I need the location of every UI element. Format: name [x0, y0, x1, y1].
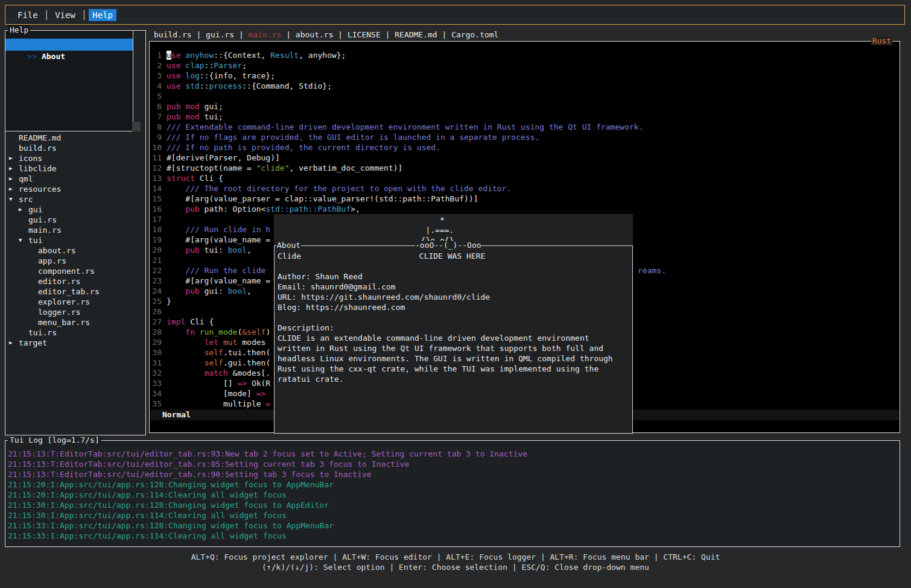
scrollbar-thumb[interactable] [132, 122, 141, 131]
line-number: 16 [150, 204, 162, 214]
chevron-right-icon[interactable]: ▶ [9, 338, 19, 348]
code-line[interactable]: 6pub mod gui; [150, 101, 900, 112]
tree-item-icons[interactable]: ▶icons [5, 153, 144, 163]
tab-separator: | [381, 30, 395, 39]
tree-item-label: menu_bar.rs [38, 317, 90, 327]
tree-item-label: libclide [19, 163, 57, 174]
about-popup: * |.===. {}o o{} About -ooO--(_)--Ooo Cl… [274, 214, 633, 434]
menu-option-about[interactable]: >>About [5, 39, 133, 51]
menu-item-help[interactable]: Help [89, 9, 116, 21]
about-popup-content: Clide CLIDE WAS HEREAuthor: Shaun ReedEm… [275, 246, 632, 384]
tree-item-label: resources [19, 184, 61, 194]
tree-item-label: qml [19, 174, 33, 184]
code-line[interactable]: 1use anyhow::{Context, Result, anyhow}; [150, 50, 900, 60]
code-line[interactable]: 11#[derive(Parser, Debug)] [150, 153, 900, 163]
about-text-line: Blog: https://shaunreed.com [278, 302, 632, 312]
tree-item-target[interactable]: ▶target [5, 338, 144, 348]
about-text-line: Author: Shaun Reed [278, 271, 632, 282]
tree-item-editor_tab.rs[interactable]: editor_tab.rs [5, 286, 144, 297]
tab-main.rs[interactable]: main.rs [249, 30, 282, 39]
code-text: #[structopt(name = "clide", verbatim_doc… [167, 163, 402, 173]
chevron-right-icon[interactable]: ▶ [9, 153, 19, 163]
tree-item-libclide[interactable]: ▶libclide [5, 163, 144, 174]
line-number: 21 [150, 255, 162, 265]
tree-item-label: src [19, 194, 33, 204]
tab-LICENSE[interactable]: LICENSE [348, 30, 381, 39]
code-line[interactable]: 13struct Cli { [150, 173, 900, 183]
tree-item-gui[interactable]: ▶gui [5, 204, 144, 215]
menu-item-file[interactable]: File [14, 9, 42, 21]
code-line[interactable]: 15 #[arg(value_parser = clap::value_pars… [150, 194, 900, 204]
tree-item-label: component.rs [38, 266, 95, 276]
log-entry: 21:15:30:I:App:src/tui/app.rs:114:Cleari… [8, 510, 900, 520]
code-text: } [167, 296, 171, 306]
tree-item-explorer.rs[interactable]: explorer.rs [5, 297, 144, 307]
about-text-line: CLIDE is an extendable command-line driv… [278, 333, 632, 343]
line-number: 5 [150, 91, 162, 101]
menu-item-view[interactable]: View [51, 9, 79, 21]
tab-README.md[interactable]: README.md [395, 30, 437, 39]
about-text-line: headless Linux environments. The GUI is … [278, 353, 632, 364]
tree-item-app.rs[interactable]: app.rs [5, 256, 144, 266]
code-text: #[arg(value_name = [167, 235, 270, 245]
tree-item-src[interactable]: ▼src [5, 194, 144, 204]
tree-item-tui.rs[interactable]: tui.rs [5, 327, 144, 338]
code-line[interactable]: 16 pub path: Option<std::path::PathBuf>, [150, 204, 900, 214]
tab-build.rs[interactable]: build.rs [154, 30, 192, 39]
code-line[interactable]: 10/// If no path is provided, the curren… [150, 142, 900, 153]
code-text: /// If no flags are provided, the GUI ed… [167, 132, 539, 142]
code-line[interactable]: 9/// If no flags are provided, the GUI e… [150, 132, 900, 142]
code-text: #[arg(value_parser = clap::value_parser!… [167, 194, 478, 204]
shortcuts-line: ALT+Q: Focus project explorer | ALT+W: F… [0, 552, 911, 562]
tree-item-resources[interactable]: ▶resources [5, 184, 144, 194]
tab-Cargo.toml[interactable]: Cargo.toml [451, 30, 498, 39]
line-number: 27 [150, 317, 162, 327]
line-number: 6 [150, 101, 162, 112]
tree-item-editor.rs[interactable]: editor.rs [5, 276, 144, 286]
code-line[interactable]: 7pub mod tui; [150, 112, 900, 122]
code-line[interactable]: 8/// Extendable command-line driven deve… [150, 122, 900, 132]
log-entry: 21:15:33:I:App:src/tui/app.rs:128:Changi… [8, 520, 900, 531]
chevron-down-icon[interactable]: ▼ [19, 235, 28, 245]
tab-gui.rs[interactable]: gui.rs [206, 30, 234, 39]
line-number: 29 [150, 337, 162, 347]
menu-bar: File│View│Help [5, 5, 905, 25]
code-text: pub tui: bool, [167, 245, 252, 255]
chevron-right-icon[interactable]: ▶ [9, 174, 19, 184]
tree-item-about.rs[interactable]: about.rs [5, 245, 144, 256]
tree-item-component.rs[interactable]: component.rs [5, 266, 144, 276]
code-text: fn run_mode(&self) [167, 327, 270, 337]
code-line[interactable]: 2use clap::Parser; [150, 60, 900, 71]
code-line[interactable]: 3use log::{info, trace}; [150, 71, 900, 81]
tab-separator: | [192, 30, 206, 39]
tree-item-gui.rs[interactable]: gui.rs [5, 215, 144, 225]
tree-item-main.rs[interactable]: main.rs [5, 225, 144, 235]
tree-item-build.rs[interactable]: build.rs [5, 143, 144, 153]
line-number: 34 [150, 388, 162, 399]
chevron-down-icon[interactable]: ▼ [9, 194, 19, 204]
tab-about.rs[interactable]: about.rs [296, 30, 334, 39]
about-text-line: URL: https://git.shaunreed.com/shaunrd0/… [278, 292, 632, 302]
tree-item-label: tui.rs [28, 327, 57, 338]
chevron-right-icon[interactable]: ▶ [9, 184, 19, 194]
tree-item-README.md[interactable]: README.md [5, 133, 144, 143]
about-text-line: Clide CLIDE WAS HERE [278, 251, 632, 261]
tree-item-tui[interactable]: ▼tui [5, 235, 144, 245]
editor-mode-label: Normal [162, 410, 191, 419]
log-lines: 21:15:13:T:EditorTab:src/tui/editor_tab.… [5, 441, 900, 541]
line-number: 22 [150, 265, 162, 276]
chevron-right-icon[interactable]: ▶ [19, 204, 28, 215]
tree-item-qml[interactable]: ▶qml [5, 174, 144, 184]
about-text-line: ratatui crate. [278, 374, 632, 384]
code-line[interactable]: 12#[structopt(name = "clide", verbatim_d… [150, 163, 900, 173]
code-text: /// If no path is provided, the current … [167, 142, 440, 153]
code-line[interactable]: 14 /// The root directory for the projec… [150, 183, 900, 194]
chevron-right-icon[interactable]: ▶ [9, 163, 19, 174]
line-number: 9 [150, 132, 162, 142]
tree-item-menu_bar.rs[interactable]: menu_bar.rs [5, 317, 144, 327]
code-text: pub gui: bool, [167, 286, 252, 296]
line-number: 11 [150, 153, 162, 163]
code-line[interactable]: 5 [150, 91, 900, 101]
tree-item-logger.rs[interactable]: logger.rs [5, 307, 144, 317]
code-line[interactable]: 4use std::process::{Command, Stdio}; [150, 81, 900, 91]
